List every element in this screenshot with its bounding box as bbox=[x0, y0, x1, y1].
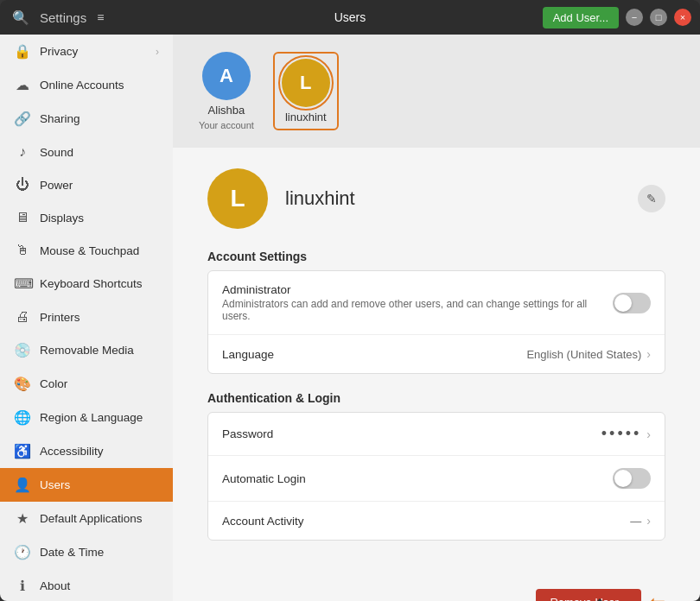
titlebar-left: 🔍 Settings ≡ bbox=[9, 5, 181, 29]
info-icon: ℹ bbox=[14, 578, 31, 594]
user-icon: 👤 bbox=[14, 477, 31, 493]
account-settings-card: Administrator Administrators can add and… bbox=[207, 270, 665, 374]
sidebar-item-date-time[interactable]: 🕐 Date & Time bbox=[0, 535, 173, 569]
close-button[interactable]: × bbox=[674, 9, 691, 26]
automatic-login-row: Automatic Login bbox=[208, 456, 665, 502]
auth-login-title: Authentication & Login bbox=[207, 391, 665, 405]
sidebar-item-power[interactable]: ⏻ Power bbox=[0, 168, 173, 201]
user-alishba-name: Alishba bbox=[208, 104, 245, 117]
sidebar-label-about: About bbox=[40, 579, 70, 592]
sidebar-label-displays: Displays bbox=[40, 212, 84, 225]
account-name: linuxhint bbox=[285, 187, 620, 210]
clock-icon: 🕐 bbox=[14, 544, 31, 560]
minimize-button[interactable]: − bbox=[626, 9, 643, 26]
administrator-row: Administrator Administrators can add and… bbox=[208, 271, 665, 335]
sidebar-label-mouse-touchpad: Mouse & Touchpad bbox=[40, 244, 139, 257]
display-icon: 🖥 bbox=[14, 210, 31, 225]
titlebar: 🔍 Settings ≡ Users Add User... − □ × bbox=[0, 0, 700, 35]
color-icon: 🎨 bbox=[14, 376, 31, 392]
add-user-button[interactable]: Add User... bbox=[543, 7, 619, 28]
sidebar-item-region-language[interactable]: 🌐 Region & Language bbox=[0, 401, 173, 434]
hamburger-button[interactable]: ≡ bbox=[93, 7, 107, 28]
administrator-info: Administrator Administrators can add and… bbox=[222, 283, 613, 322]
sidebar-item-sound[interactable]: ♪ Sound bbox=[0, 136, 173, 168]
mouse-icon: 🖱 bbox=[14, 243, 31, 258]
media-icon: 💿 bbox=[14, 342, 31, 358]
account-activity-label: Account Activity bbox=[222, 515, 630, 528]
cloud-icon: ☁ bbox=[14, 77, 31, 93]
user-alishba-sub: Your account bbox=[199, 120, 254, 130]
keyboard-icon: ⌨ bbox=[14, 275, 31, 292]
edit-button[interactable]: ✎ bbox=[638, 185, 665, 212]
administrator-toggle[interactable] bbox=[613, 293, 651, 313]
sidebar-label-printers: Printers bbox=[40, 311, 80, 324]
avatar-linuxhint: L bbox=[282, 59, 330, 107]
sidebar-label-region-language: Region & Language bbox=[40, 411, 143, 424]
password-label: Password bbox=[222, 427, 601, 440]
remove-user-button[interactable]: Remove User... bbox=[536, 589, 641, 601]
share-icon: 🔗 bbox=[14, 111, 31, 127]
globe-icon: 🌐 bbox=[14, 409, 31, 426]
chevron-right-icon: › bbox=[156, 46, 159, 58]
sidebar-item-printers[interactable]: 🖨 Printers bbox=[0, 300, 173, 333]
sidebar-item-displays[interactable]: 🖥 Displays bbox=[0, 201, 173, 234]
sidebar-item-color[interactable]: 🎨 Color bbox=[0, 367, 173, 401]
search-button[interactable]: 🔍 bbox=[9, 5, 33, 29]
language-row[interactable]: Language English (United States) › bbox=[208, 335, 665, 373]
user-alishba[interactable]: A Alishba Your account bbox=[199, 52, 254, 130]
avatar-alishba: A bbox=[202, 52, 251, 100]
accessibility-icon: ♿ bbox=[14, 443, 31, 459]
account-header: L linuxhint ✎ bbox=[207, 168, 665, 229]
sidebar-item-removable-media[interactable]: 💿 Removable Media bbox=[0, 333, 173, 367]
language-value: English (United States) bbox=[526, 348, 641, 361]
power-icon: ⏻ bbox=[14, 177, 31, 193]
sidebar-label-sound: Sound bbox=[40, 146, 73, 159]
sidebar-item-accessibility[interactable]: ♿ Accessibility bbox=[0, 434, 173, 468]
sidebar-item-online-accounts[interactable]: ☁ Online Accounts bbox=[0, 68, 173, 102]
password-chevron-icon: › bbox=[646, 427, 651, 441]
sound-icon: ♪ bbox=[14, 144, 31, 160]
account-activity-chevron-icon: › bbox=[646, 514, 651, 528]
star-icon: ★ bbox=[14, 510, 31, 527]
sidebar-item-keyboard-shortcuts[interactable]: ⌨ Keyboard Shortcuts bbox=[0, 267, 173, 300]
lock-icon: 🔒 bbox=[14, 43, 31, 60]
sidebar-label-default-applications: Default Applications bbox=[40, 512, 143, 525]
sidebar-label-accessibility: Accessibility bbox=[40, 445, 104, 458]
sidebar-item-users[interactable]: 👤 Users bbox=[0, 468, 173, 502]
automatic-login-toggle[interactable] bbox=[613, 468, 651, 489]
password-row[interactable]: Password ••••• › bbox=[208, 413, 665, 456]
sidebar-label-keyboard-shortcuts: Keyboard Shortcuts bbox=[40, 277, 143, 290]
account-activity-value: — bbox=[630, 515, 641, 528]
sidebar-item-sharing[interactable]: 🔗 Sharing bbox=[0, 102, 173, 136]
sidebar-label-removable-media: Removable Media bbox=[40, 344, 134, 357]
password-dots: ••••• bbox=[601, 425, 642, 443]
user-switcher: A Alishba Your account L linuxhint bbox=[173, 35, 700, 148]
arrow-indicator-icon: ⬅ bbox=[648, 591, 665, 602]
printer-icon: 🖨 bbox=[14, 309, 31, 325]
language-label: Language bbox=[222, 348, 526, 361]
account-activity-row[interactable]: Account Activity — › bbox=[208, 502, 665, 540]
sidebar-label-privacy: Privacy bbox=[40, 45, 78, 58]
account-avatar: L bbox=[207, 168, 268, 229]
administrator-desc: Administrators can add and remove other … bbox=[222, 298, 613, 322]
sidebar: 🔒 Privacy › ☁ Online Accounts 🔗 Sharing … bbox=[0, 35, 173, 601]
sidebar-label-power: Power bbox=[40, 179, 73, 192]
sidebar-item-privacy[interactable]: 🔒 Privacy › bbox=[0, 35, 173, 68]
sidebar-item-about[interactable]: ℹ About bbox=[0, 569, 173, 601]
administrator-label: Administrator bbox=[222, 283, 613, 296]
main-content: A Alishba Your account L linuxhint L lin… bbox=[173, 35, 700, 601]
window-title: Users bbox=[181, 10, 519, 24]
app-title: Settings bbox=[40, 10, 86, 25]
user-linuxhint-name: linuxhint bbox=[285, 111, 327, 123]
user-linuxhint[interactable]: L linuxhint bbox=[273, 52, 339, 130]
sidebar-item-mouse-touchpad[interactable]: 🖱 Mouse & Touchpad bbox=[0, 234, 173, 267]
sidebar-label-online-accounts: Online Accounts bbox=[40, 79, 124, 92]
account-detail: L linuxhint ✎ Account Settings Administr… bbox=[173, 148, 700, 579]
language-chevron-icon: › bbox=[646, 347, 651, 361]
sidebar-label-color: Color bbox=[40, 377, 67, 390]
sidebar-label-date-time: Date & Time bbox=[40, 546, 104, 559]
maximize-button[interactable]: □ bbox=[650, 9, 667, 26]
account-settings-title: Account Settings bbox=[207, 250, 665, 263]
content: 🔒 Privacy › ☁ Online Accounts 🔗 Sharing … bbox=[0, 35, 700, 601]
sidebar-item-default-applications[interactable]: ★ Default Applications bbox=[0, 502, 173, 535]
